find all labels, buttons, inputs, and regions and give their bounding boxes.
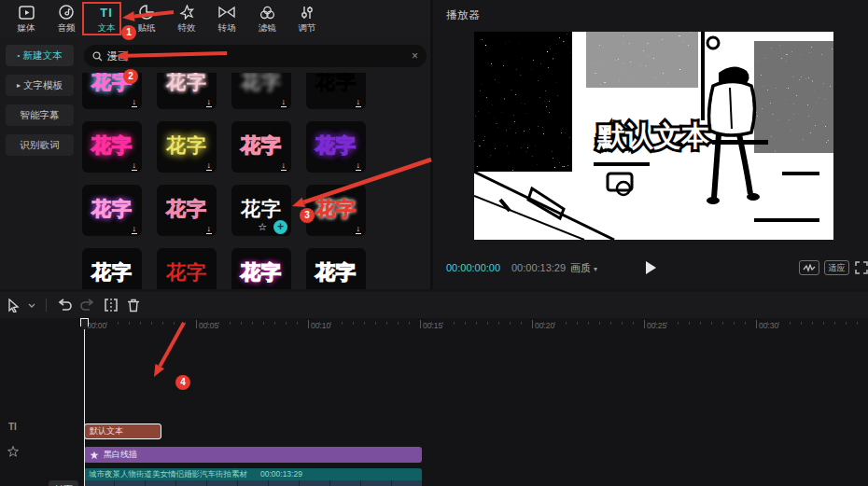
text-style-tile-2[interactable]: 花字↓ [157, 73, 217, 109]
toolbar-tab-label: 调节 [299, 22, 316, 35]
video-thumbnail [84, 480, 115, 486]
ruler-minor-tick [375, 322, 376, 325]
download-icon: ↓ [132, 225, 138, 234]
timeline-section: 00:0000:0500:1000:1500:2000:2500:30 TI 封… [0, 289, 868, 486]
select-tool-button[interactable] [7, 299, 20, 312]
toolbar-tab-text-icon[interactable]: TI文本 [90, 5, 123, 35]
text-style-grid: 花字↓花字↓花字↓花字↓花字↓花字↓花字↓花字↓花字↓花字↓花字☆+花字↓花字↓… [79, 73, 430, 289]
favorite-star-icon[interactable]: ☆ [258, 221, 267, 233]
adjust-icon [300, 5, 315, 20]
sidebar-item-2[interactable]: 智能字幕 [6, 104, 74, 126]
ruler-minor-tick [297, 322, 298, 325]
video-preview[interactable]: 默认文本 [474, 32, 833, 240]
toolbar-tab-sticker-icon[interactable]: 贴纸 [130, 5, 163, 35]
cover-button[interactable]: 封面 [49, 480, 78, 486]
video-thumbnail [146, 480, 176, 486]
text-style-tile-15[interactable]: 花字↓ [231, 248, 291, 289]
ruler-minor-tick [622, 322, 623, 325]
text-style-sample: 花字 [157, 73, 217, 94]
toolbar-tab-media-icon[interactable]: 媒体 [9, 5, 43, 35]
text-style-tile-6[interactable]: 花字↓ [157, 121, 217, 173]
time-ruler[interactable]: 00:0000:0500:1000:1500:2000:2500:30 [79, 318, 868, 334]
ruler-minor-tick [454, 322, 455, 325]
search-bar[interactable]: 漫画 × [84, 45, 427, 67]
sketch-frame: 默认文本 [474, 32, 833, 240]
add-to-track-button[interactable]: + [273, 220, 287, 234]
download-icon: ↓ [356, 98, 362, 107]
ruler-label-00:10: 00:10 [311, 321, 330, 330]
toolbar-divider [46, 299, 47, 312]
toolbar-tab-filter-icon[interactable]: 滤镜 [250, 5, 284, 35]
video-clip-thumbnails [84, 480, 422, 486]
sidebar-item-3[interactable]: 识别歌词 [6, 134, 74, 156]
redo-button[interactable] [80, 299, 95, 312]
delete-button[interactable] [127, 299, 140, 312]
fullscreen-icon[interactable] [855, 261, 868, 278]
timeline-toolbar [0, 292, 868, 318]
ruler-minor-tick [129, 322, 130, 325]
split-clip-button[interactable] [104, 299, 119, 312]
video-thumbnail [207, 480, 238, 486]
ruler-minor-tick [633, 322, 634, 325]
text-style-tile-16[interactable]: 花字↓ [306, 248, 366, 289]
sidebar-item-0[interactable]: •新建文本 [6, 45, 74, 66]
text-style-tile-12[interactable]: 花字↓ [306, 185, 366, 236]
toolbar-tab-audio-icon[interactable]: 音频 [49, 5, 83, 35]
effects-icon [179, 5, 195, 20]
ruler-minor-tick [722, 322, 723, 325]
text-style-tile-13[interactable]: 花字↓ [82, 248, 142, 289]
toolbar-tab-label: 音频 [58, 22, 76, 35]
ruler-minor-tick [342, 322, 343, 325]
ruler-minor-tick [834, 322, 835, 325]
sidebar-item-1[interactable]: ▸文字模板 [6, 75, 74, 96]
text-style-tile-4[interactable]: 花字↓ [306, 73, 366, 109]
ruler-label-00:00: 00:00 [87, 321, 106, 330]
text-style-tile-10[interactable]: 花字↓ [157, 185, 217, 236]
select-tool-chevron-icon[interactable] [28, 303, 35, 308]
search-input[interactable]: 漫画 [107, 49, 407, 63]
text-style-tile-1[interactable]: 花字↓ [82, 73, 142, 109]
ruler-minor-tick [689, 322, 690, 325]
toolbar-tab-effects-icon[interactable]: 特效 [170, 5, 203, 35]
text-style-tile-11[interactable]: 花字☆+ [231, 185, 291, 236]
text-style-sample: 花字 [231, 195, 291, 221]
video-thumbnail [330, 480, 361, 486]
text-style-tile-9[interactable]: 花字↓ [82, 185, 142, 236]
ruler-minor-tick [823, 322, 824, 325]
ruler-label-00:30: 00:30 [759, 321, 778, 330]
sidebar-item-label: 文字模板 [23, 79, 63, 92]
text-style-tile-5[interactable]: 花字↓ [82, 121, 142, 173]
toolbar-tab-transition-icon[interactable]: 转场 [210, 5, 244, 35]
ruler-minor-tick [566, 322, 567, 325]
text-style-sample: 花字 [157, 132, 217, 158]
text-style-tile-14[interactable]: 花字↓ [157, 248, 217, 289]
preview-overlay-text: 默认文本 [596, 120, 710, 151]
ruler-minor-tick [521, 322, 522, 325]
text-style-sample: 花字 [82, 73, 142, 94]
toolbar-tab-label: 文本 [98, 22, 116, 35]
download-icon: ↓ [206, 225, 213, 234]
timeline-text-clip[interactable]: 默认文本 [84, 424, 161, 439]
undo-button[interactable] [57, 299, 72, 312]
toolbar-tab-label: 滤镜 [259, 22, 276, 35]
play-button[interactable] [646, 261, 656, 274]
playhead-line[interactable] [84, 318, 85, 486]
effect-track-icon [7, 444, 19, 461]
ruler-minor-tick [678, 322, 679, 325]
text-style-tile-3[interactable]: 花字↓ [231, 73, 291, 109]
quality-dropdown[interactable]: 画质 ▾ [570, 261, 597, 275]
scopes-icon[interactable] [799, 260, 819, 275]
toolbar-tab-adjust-icon[interactable]: 调节 [290, 5, 324, 35]
ruler-minor-tick [588, 322, 589, 325]
ruler-minor-tick [286, 322, 287, 325]
search-clear-icon[interactable]: × [412, 49, 418, 62]
text-style-tile-8[interactable]: 花字↓ [306, 121, 366, 173]
fit-button[interactable]: 适应 [824, 260, 849, 275]
text-style-sample: 花字 [306, 258, 366, 285]
text-library: 漫画 × 花字↓花字↓花字↓花字↓花字↓花字↓花字↓花字↓花字↓花字↓花字☆+花… [79, 37, 430, 289]
ruler-minor-tick [476, 322, 477, 325]
timeline-video-clip[interactable]: 城市夜景人物街道美女情侣婚影汽车街拍素材00:00:13:29 [84, 468, 422, 486]
video-thumbnail [300, 480, 330, 486]
text-style-tile-7[interactable]: 花字↓ [231, 121, 291, 173]
timeline-effect-clip[interactable]: 黑白线描 [84, 447, 422, 463]
